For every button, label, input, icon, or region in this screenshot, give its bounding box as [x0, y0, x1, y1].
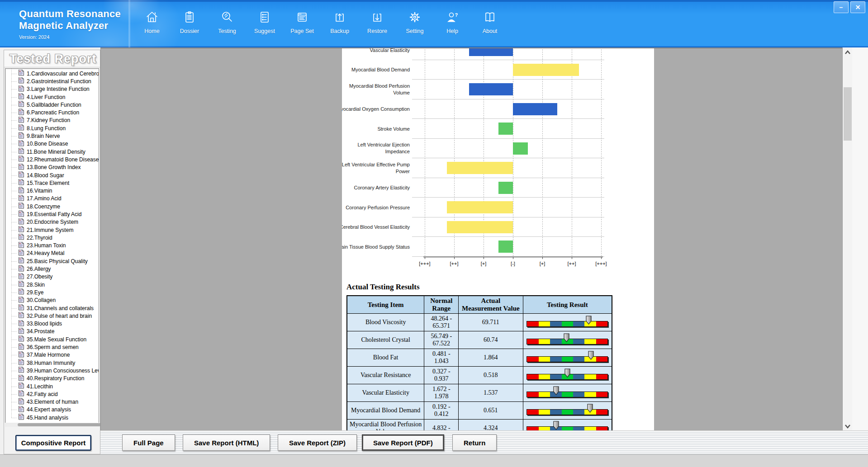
sidebar-item-7[interactable]: 7.Kidney Function [8, 117, 99, 124]
measured-value-cell: 4.324 [459, 420, 523, 431]
sidebar-item-label: 9.Brain Nerve [27, 133, 60, 139]
sidebar-item-1[interactable]: 1.Cardiovascular and Cerebrovas [8, 70, 99, 77]
sidebar-item-3[interactable]: 3.Large Intestine Function [8, 85, 99, 93]
axis-tick [454, 257, 455, 259]
about-icon [474, 10, 506, 24]
minimize-button[interactable]: – [834, 1, 849, 13]
report-doc-icon [18, 195, 27, 203]
scale-segment [562, 321, 573, 326]
toolbar-item-restore[interactable]: Restore [361, 10, 394, 34]
sidebar-item-45[interactable]: 45.Hand analysis [8, 414, 99, 421]
toolbar-item-setting[interactable]: Setting [398, 10, 431, 34]
sidebar-item-16[interactable]: 16.Vitamin [8, 187, 99, 194]
sidebar-item-20[interactable]: 20.Endocrine System [8, 218, 99, 226]
sidebar-item-label: 22.Thyroid [27, 235, 52, 241]
tree-horizontal-scrollbar[interactable] [5, 423, 99, 427]
sidebar-item-9[interactable]: 9.Brain Nerve [8, 132, 99, 140]
sidebar-item-23[interactable]: 23.Human Toxin [8, 242, 99, 250]
report-doc-icon [18, 77, 27, 85]
save-report-zip-button[interactable]: Save Report (ZIP) [278, 434, 357, 451]
save-report-html-button[interactable]: Save Report (HTML) [183, 434, 270, 451]
sidebar-item-21[interactable]: 21.Immune System [8, 226, 99, 234]
measured-value-cell: 60.74 [459, 331, 523, 349]
toolbar-item-home[interactable]: Home [136, 10, 168, 34]
sidebar-item-14[interactable]: 14.Blood Sugar [8, 171, 99, 179]
toolbar-item-help[interactable]: ?Help [436, 10, 469, 34]
sidebar-item-26[interactable]: 26.Allergy [8, 265, 99, 273]
sidebar-item-35[interactable]: 35.Male Sexual Function [8, 335, 99, 343]
vertical-scrollbar[interactable] [842, 47, 852, 430]
measured-value-cell: 1.864 [459, 349, 523, 367]
sidebar-item-19[interactable]: 19.Essential Fatty Acid [8, 210, 99, 218]
sidebar-item-37[interactable]: 37.Male Hormone [8, 351, 99, 359]
sidebar-item-22[interactable]: 22.Thyroid [8, 234, 99, 241]
toolbar-item-label: Setting [398, 28, 431, 34]
sidebar-item-41[interactable]: 41.Lecithin [8, 382, 99, 390]
sidebar-item-29[interactable]: 29.Eye [8, 288, 99, 296]
chart-category-label: Myocardial Blood Perfusion Volume [349, 83, 410, 96]
toolbar-item-suggest[interactable]: Suggest [248, 10, 281, 34]
sidebar-item-36[interactable]: 36.Sperm and semen [8, 343, 99, 351]
sidebar-item-15[interactable]: 15.Trace Element [8, 179, 99, 187]
sidebar-item-42[interactable]: 42.Fatty acid [8, 390, 99, 398]
sidebar-item-39[interactable]: 39.Human Consciousness Level [8, 367, 99, 374]
chart-row-plot [412, 237, 604, 257]
sidebar-item-34[interactable]: 34.Prostate [8, 328, 99, 335]
scrollbar-thumb[interactable] [844, 87, 852, 141]
full-page-button[interactable]: Full Page [122, 434, 175, 451]
toolbar-item-about[interactable]: About [474, 10, 506, 34]
sidebar-item-24[interactable]: 24.Heavy Metal [8, 250, 99, 257]
sidebar-item-8[interactable]: 8.Lung Function [8, 124, 99, 132]
axis-tick-label: [+++] [591, 261, 612, 266]
sidebar-item-43[interactable]: 43.Element of human [8, 398, 99, 406]
sidebar-item-25[interactable]: 25.Basic Physical Quality [8, 257, 99, 265]
toolbar-item-backup[interactable]: Backup [323, 10, 356, 34]
sidebar-item-18[interactable]: 18.Coenzyme [8, 203, 99, 210]
report-doc-icon [18, 234, 27, 241]
sidebar-item-2[interactable]: 2.Gastrointestinal Function [8, 77, 99, 85]
result-pointer-icon [587, 404, 593, 413]
save-report-pdf-button[interactable]: Save Report (PDF) [362, 434, 444, 451]
sidebar-item-38[interactable]: 38.Human Immunity [8, 359, 99, 367]
sidebar-item-label: 12.Rheumatoid Bone Disease [27, 156, 99, 163]
sidebar-item-4[interactable]: 4.Liver Function [8, 93, 99, 101]
chart-row-plot [412, 217, 604, 237]
sidebar-item-17[interactable]: 17.Amino Acid [8, 195, 99, 203]
scrollbar-thumb[interactable] [18, 423, 108, 426]
compositive-report-button[interactable]: Compositive Report [15, 435, 91, 451]
scale-segment [562, 427, 573, 430]
scale-segment [596, 339, 607, 344]
toolbar-item-testing[interactable]: Testing [211, 10, 243, 34]
sidebar-item-44[interactable]: 44.Expert analysis [8, 406, 99, 414]
report-doc-icon [18, 171, 27, 179]
close-button[interactable]: ✕ [850, 1, 865, 13]
report-doc-icon [18, 304, 27, 312]
chart-x-axis: [+++][++][+][-][+][++][+++] [412, 257, 604, 272]
sidebar-item-10[interactable]: 10.Bone Disease [8, 140, 99, 148]
normal-range-cell: 56.749 -67.522 [424, 331, 459, 349]
toolbar-item-page-set[interactable]: Page Set [286, 10, 318, 34]
sidebar-item-11[interactable]: 11.Bone Mineral Density [8, 148, 99, 156]
sidebar-item-13[interactable]: 13.Bone Growth Index [8, 164, 99, 171]
sidebar-item-40[interactable]: 40.Respiratory Function [8, 375, 99, 382]
scroll-up-arrow[interactable] [843, 47, 853, 57]
sidebar-item-33[interactable]: 33.Blood lipids [8, 320, 99, 328]
return-button[interactable]: Return [452, 434, 497, 451]
sidebar-item-5[interactable]: 5.Gallbladder Function [8, 101, 99, 108]
sidebar-item-32[interactable]: 32.Pulse of heart and brain [8, 312, 99, 320]
sidebar-item-6[interactable]: 6.Pancreatic Function [8, 108, 99, 116]
sidebar-item-28[interactable]: 28.Skin [8, 281, 99, 288]
sidebar-item-30[interactable]: 30.Collagen [8, 297, 99, 304]
scroll-down-arrow[interactable] [843, 421, 853, 430]
report-doc-icon [18, 179, 27, 187]
toolbar-item-label: Suggest [248, 28, 281, 34]
report-doc-icon [18, 297, 27, 304]
sidebar-item-31[interactable]: 31.Channels and collaterals [8, 304, 99, 312]
sidebar-item-12[interactable]: 12.Rheumatoid Bone Disease [8, 156, 99, 163]
scale-segment [527, 410, 538, 415]
testing-result-cell [523, 331, 612, 349]
scale-segment [573, 427, 584, 430]
sidebar-item-27[interactable]: 27.Obesity [8, 273, 99, 281]
toolbar-item-dossier[interactable]: Dossier [173, 10, 206, 34]
scale-segment [584, 427, 596, 430]
